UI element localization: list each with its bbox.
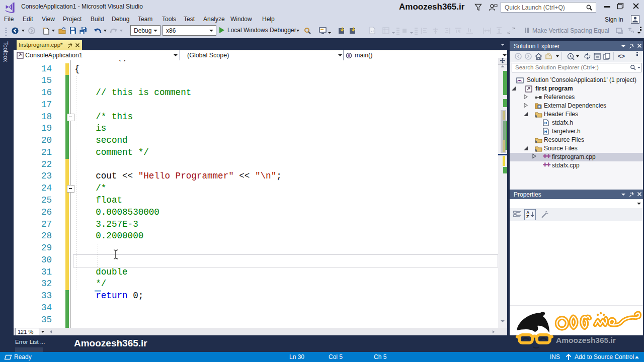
svg-text:Amoozesh365.ir: Amoozesh365.ir [556, 336, 616, 344]
